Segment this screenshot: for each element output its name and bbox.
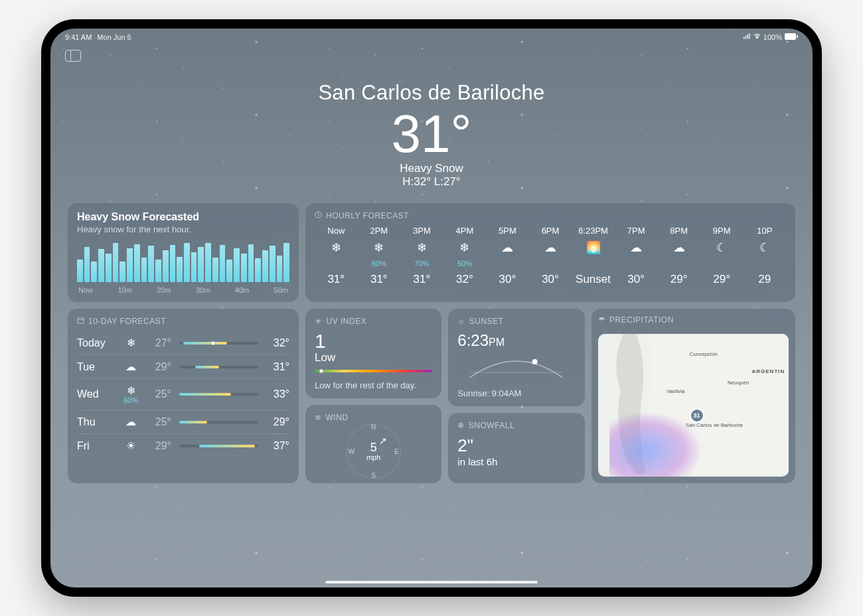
precip-bar (134, 244, 140, 282)
uv-label: Low (315, 351, 432, 364)
wind-card[interactable]: ≋ WIND N E S W ↗ (305, 405, 441, 483)
hourly-forecast-item[interactable]: 10P☾29 (743, 226, 786, 286)
hourly-forecast-item[interactable]: 4PM❄50%32° (443, 226, 487, 286)
hourly-forecast-item[interactable]: 7PM☁30° (615, 226, 658, 286)
temp-range-bar (179, 393, 259, 396)
day-name: Thu (77, 416, 113, 428)
precip-bar (77, 260, 83, 282)
current-conditions[interactable]: San Carlos de Bariloche 31° Heavy Snow H… (50, 41, 813, 189)
ipad-frame: 9:41 AM Mon Jun 6 100% San Carlos de Bar… (41, 19, 822, 597)
precip-bar (277, 256, 283, 282)
day-high-temp: 37° (267, 440, 289, 452)
precipitation-map[interactable]: Concepción Valdivia Neuquén ARGENTIN San… (598, 334, 789, 477)
hourly-forecast-item[interactable]: 6:23PM🌅Sunset (572, 226, 615, 286)
sunset-header: SUNSET (469, 317, 504, 326)
snowfall-card[interactable]: ❄ SNOWFALL 2" in last 6h (448, 413, 584, 483)
precip-bar (220, 245, 226, 282)
signal-icon (744, 33, 751, 41)
svg-rect-7 (78, 318, 84, 323)
moon-icon: ☾ (716, 240, 727, 256)
hourly-forecast-item[interactable]: 9PM☾29° (700, 226, 744, 286)
map-location-pin[interactable]: 31 (690, 408, 704, 423)
precipitation-map-card[interactable]: ☂ PRECIPITATION Concepción Valdivia Neu (591, 309, 795, 483)
temp-range-bar (179, 342, 259, 345)
precip-time-label: 50m (274, 286, 288, 294)
day-low-temp: 29° (149, 440, 171, 452)
sunset-card[interactable]: ☼ SUNSET 6:23PM Sunrise: 9:04AM (448, 309, 584, 406)
precip-bar (98, 249, 104, 282)
precip-bar (106, 254, 112, 282)
svg-rect-3 (749, 33, 749, 38)
hour-temp: 32° (456, 273, 473, 286)
precip-bar (283, 243, 289, 282)
precip-bar (163, 250, 169, 282)
current-temperature: 31° (50, 108, 813, 161)
map-country-argentina: ARGENTIN (751, 368, 785, 374)
map-city-bariloche: San Carlos de Bariloche (686, 422, 743, 428)
hour-time: Now (327, 226, 345, 236)
compass-north: N (371, 424, 376, 431)
map-city-concepcion: Concepción (690, 351, 718, 357)
precip-bar (84, 247, 90, 282)
uv-index-card[interactable]: ☀ UV INDEX 1 Low Low for the rest of the… (305, 309, 441, 398)
hour-time: 4PM (456, 226, 474, 236)
sunset-icon: ☼ (457, 317, 465, 326)
precip-bar (184, 243, 190, 282)
precip-bar (212, 258, 218, 282)
hour-temp: 30° (542, 273, 559, 286)
sidebar-toggle-button[interactable] (65, 50, 81, 62)
day-high-temp: 31° (267, 361, 289, 373)
hour-temp: 31° (370, 273, 388, 286)
hour-time: 8PM (670, 226, 688, 236)
precip-map-header: PRECIPITATION (609, 315, 674, 325)
ten-day-row[interactable]: Wed❄60%25°33° (77, 378, 289, 410)
precip-bar (119, 262, 125, 282)
weather-screen[interactable]: 9:41 AM Mon Jun 6 100% San Carlos de Bar… (50, 29, 813, 587)
hour-time: 7PM (627, 226, 645, 236)
ten-day-row[interactable]: Thu☁25°29° (77, 410, 289, 433)
hour-time: 6PM (542, 226, 560, 236)
hour-time: 5PM (499, 226, 516, 236)
snow-icon: ❄ (331, 240, 341, 256)
hour-temp: 29° (713, 273, 730, 286)
temp-range-bar (179, 366, 259, 368)
hourly-forecast-item[interactable]: 2PM❄80%31° (358, 226, 401, 286)
clock-icon (315, 211, 322, 220)
day-low-temp: 29° (149, 361, 171, 373)
hourly-forecast-item[interactable]: 6PM☁30° (529, 226, 572, 286)
calendar-icon (77, 317, 84, 326)
wifi-icon (753, 33, 761, 41)
cloud-icon: ☁ (125, 361, 136, 372)
home-indicator[interactable] (325, 581, 538, 583)
sunset-icon: 🌅 (586, 240, 601, 256)
day-high-temp: 29° (267, 416, 289, 428)
hourly-forecast-item[interactable]: 5PM☁30° (486, 226, 529, 286)
ten-day-forecast-card[interactable]: 10-DAY FORECAST Today❄27°32°Tue☁29°31°We… (68, 309, 299, 483)
precip-bar (170, 245, 176, 282)
hourly-forecast-list[interactable]: Now❄31°2PM❄80%31°3PM❄70%31°4PM❄50%32°5PM… (315, 226, 786, 286)
ten-day-row[interactable]: Tue☁29°31° (77, 354, 289, 378)
ten-day-row[interactable]: Fri☀29°37° (77, 433, 289, 457)
precip-bar (262, 250, 268, 282)
ten-day-row[interactable]: Today❄27°32° (77, 331, 289, 354)
hourly-forecast-item[interactable]: Now❄31° (315, 226, 358, 286)
hour-time: 9PM (713, 226, 731, 236)
sunrise-time: Sunrise: 9:04AM (457, 388, 575, 398)
next-hour-precipitation-card[interactable]: Heavy Snow Forecasted Heavy snow for the… (68, 203, 299, 302)
wind-header: WIND (326, 413, 349, 422)
current-condition: Heavy Snow (50, 162, 813, 175)
precip-bar (141, 258, 147, 282)
precip-bar (255, 258, 261, 282)
sunset-time: 6:23PM (457, 331, 575, 350)
umbrella-icon: ☂ (598, 315, 606, 325)
precip-bar (198, 247, 204, 282)
sun-icon: ☀ (315, 317, 323, 326)
hourly-forecast-card[interactable]: HOURLY FORECAST Now❄31°2PM❄80%31°3PM❄70%… (305, 203, 795, 302)
hourly-forecast-item[interactable]: 3PM❄70%31° (400, 226, 443, 286)
status-battery: 100% (763, 33, 782, 41)
snow-icon: ❄ (417, 240, 427, 256)
sun-path-arc (457, 352, 575, 383)
svg-point-10 (532, 359, 538, 364)
hour-time: 6:23PM (578, 226, 608, 236)
hourly-forecast-item[interactable]: 8PM☁29° (657, 226, 700, 286)
